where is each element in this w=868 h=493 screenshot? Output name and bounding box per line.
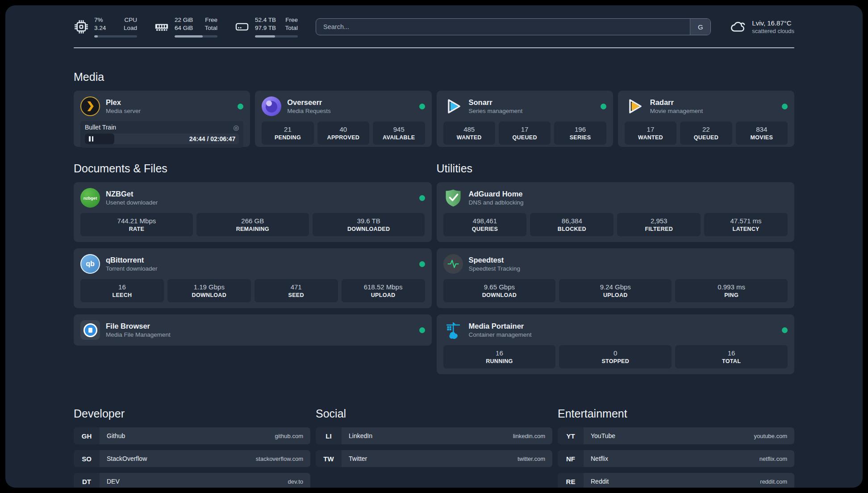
- radarr-card: Radarr Movie management 17 WANTED 22 QUE…: [618, 91, 794, 147]
- search-engine-button[interactable]: G: [690, 19, 710, 35]
- app-name-portainer[interactable]: Media Portainer: [469, 322, 532, 330]
- dashboard-page: 7% 3.24 CPU Load: [5, 5, 863, 488]
- bookmark-netflix[interactable]: NF Netflix netflix.com: [558, 450, 794, 467]
- portainer-icon[interactable]: [443, 320, 463, 340]
- memory-free-value: 22 GiB: [175, 16, 193, 24]
- section-title-entertainment: Entertainment: [558, 407, 794, 420]
- status-dot-overseerr: [419, 104, 425, 109]
- memory-free-label: Free: [204, 16, 217, 24]
- app-desc-radarr: Movie management: [650, 108, 703, 114]
- qbittorrent-icon[interactable]: qb: [80, 254, 100, 274]
- stat-tile-total: 16 TOTAL: [675, 345, 788, 368]
- memory-total-label: Total: [204, 24, 217, 32]
- app-name-radarr[interactable]: Radarr: [650, 98, 703, 107]
- overseerr-card: Overseerr Media Requests 21 PENDING 40 A…: [255, 91, 431, 147]
- nzbget-icon[interactable]: nzbget: [80, 188, 100, 208]
- plex-now-playing: Bullet Train ◎ 24:44 / 02:06:47: [80, 121, 243, 148]
- cpu-progress-bar: [94, 35, 137, 38]
- app-name-plex[interactable]: Plex: [106, 98, 141, 107]
- weather-location-temp: Lviv, 16.87°C: [752, 19, 794, 27]
- bookmark-dev[interactable]: DT DEV dev.to: [74, 473, 310, 488]
- bookmark-reddit[interactable]: RE Reddit reddit.com: [558, 473, 794, 488]
- portainer-card: Media Portainer Container management 16 …: [437, 314, 795, 374]
- app-desc-nzbget: Usenet downloader: [106, 199, 158, 206]
- app-desc-adguard: DNS and adblocking: [469, 199, 524, 206]
- adguard-card: AdGuard Home DNS and adblocking 498,461 …: [437, 182, 795, 242]
- app-desc-speedtest: Speedtest Tracking: [469, 265, 521, 272]
- adguard-icon[interactable]: [443, 188, 463, 208]
- stat-tile-upload: 9.24 Gbps UPLOAD: [559, 279, 672, 302]
- sonarr-icon[interactable]: [443, 96, 463, 116]
- overseerr-icon[interactable]: [262, 96, 281, 116]
- cpu-progress-fill: [94, 35, 98, 38]
- app-name-adguard[interactable]: AdGuard Home: [469, 190, 524, 198]
- radarr-icon[interactable]: [625, 96, 644, 116]
- memory-stat: 22 GiB 64 GiB Free Total: [154, 16, 217, 38]
- speedtest-icon[interactable]: [443, 254, 463, 274]
- status-dot-radarr: [782, 104, 788, 109]
- app-desc-qbittorrent: Torrent downloader: [106, 265, 158, 272]
- now-playing-title: Bullet Train: [85, 124, 116, 131]
- stat-tile-queued: 17 QUEUED: [499, 121, 551, 145]
- stat-tile-downloaded: 39.6 TB DOWNLOADED: [313, 213, 425, 236]
- app-name-filebrowser[interactable]: File Browser: [106, 322, 171, 330]
- stat-tile-remaining: 266 GB REMAINING: [196, 213, 309, 236]
- plex-card: Plex Media server Bullet Train ◎ 24:44 /…: [74, 91, 250, 147]
- app-name-speedtest[interactable]: Speedtest: [469, 256, 521, 264]
- stat-tile-available: 945 AVAILABLE: [373, 121, 425, 145]
- filebrowser-icon[interactable]: [80, 320, 100, 340]
- stat-tile-blocked: 86,384 BLOCKED: [530, 213, 613, 236]
- cast-icon[interactable]: ◎: [233, 124, 239, 131]
- sonarr-card: Sonarr Series management 485 WANTED 17 Q…: [437, 91, 613, 147]
- app-desc-plex: Media server: [106, 108, 141, 114]
- stat-tile-wanted: 485 WANTED: [443, 121, 495, 145]
- app-name-qbittorrent[interactable]: qBittorrent: [106, 256, 158, 264]
- section-title-social: Social: [316, 407, 552, 420]
- disk-total-value: 97.9 TB: [255, 24, 276, 32]
- speedtest-card: Speedtest Speedtest Tracking 9.65 Gbps D…: [437, 248, 795, 308]
- status-dot-filebrowser: [419, 327, 425, 333]
- section-title-media: Media: [74, 71, 794, 84]
- memory-icon: [154, 19, 169, 34]
- plex-icon[interactable]: [80, 96, 100, 116]
- bookmark-linkedin[interactable]: LI LinkedIn linkedin.com: [316, 427, 552, 444]
- screenshot-frame: 7% 3.24 CPU Load: [0, 0, 868, 493]
- memory-progress-fill: [175, 35, 203, 38]
- stat-tile-rate: 744.21 Mbps RATE: [80, 213, 193, 236]
- app-name-sonarr[interactable]: Sonarr: [469, 98, 523, 107]
- bookmark-stackoverflow[interactable]: SO StackOverflow stackoverflow.com: [74, 450, 310, 467]
- stat-tile-download: 9.65 Gbps DOWNLOAD: [443, 279, 556, 302]
- weather-widget[interactable]: Lviv, 16.87°C scattered clouds: [730, 18, 794, 35]
- stat-tile-seed: 471 SEED: [255, 279, 338, 302]
- stat-tile-leech: 16 LEECH: [80, 279, 164, 302]
- cpu-stat: 7% 3.24 CPU Load: [74, 16, 137, 38]
- cloud-icon: [730, 18, 747, 35]
- playback-progress-bar[interactable]: 24:44 / 02:06:47: [85, 134, 239, 144]
- search-input[interactable]: [316, 19, 690, 35]
- bookmarks-social: Social LI LinkedIn linkedin.com TW Twitt…: [316, 407, 552, 488]
- disk-progress-bar: [255, 35, 298, 38]
- section-title-utilities: Utilities: [437, 162, 795, 175]
- cpu-usage-value: 7%: [94, 16, 106, 24]
- disk-total-label: Total: [285, 24, 298, 32]
- disk-progress-fill: [255, 35, 275, 38]
- cpu-icon: [74, 19, 89, 34]
- stat-tile-filtered: 2,953 FILTERED: [617, 213, 701, 236]
- playback-time: 24:44 / 02:06:47: [189, 135, 239, 142]
- top-bar: 7% 3.24 CPU Load: [74, 16, 794, 38]
- documents-column: Documents & Files nzbget NZBGet Usenet d…: [74, 162, 432, 380]
- disk-stat: 52.4 TB 97.9 TB Free Total: [234, 16, 298, 38]
- bookmark-youtube[interactable]: YT YouTube youtube.com: [558, 427, 794, 444]
- stat-tile-wanted: 17 WANTED: [625, 121, 676, 145]
- stat-tile-pending: 21 PENDING: [262, 121, 313, 145]
- app-desc-overseerr: Media Requests: [287, 108, 331, 114]
- app-name-overseerr[interactable]: Overseerr: [287, 98, 331, 107]
- pause-button[interactable]: [89, 136, 93, 142]
- stat-tile-series: 196 SERIES: [554, 121, 606, 145]
- app-name-nzbget[interactable]: NZBGet: [106, 190, 158, 198]
- bookmark-twitter[interactable]: TW Twitter twitter.com: [316, 450, 552, 467]
- bookmark-github[interactable]: GH Github github.com: [74, 427, 310, 444]
- status-dot-sonarr: [601, 104, 606, 109]
- cpu-usage-label: CPU: [124, 16, 137, 24]
- utilities-column: Utilities AdGuard Home: [437, 162, 795, 380]
